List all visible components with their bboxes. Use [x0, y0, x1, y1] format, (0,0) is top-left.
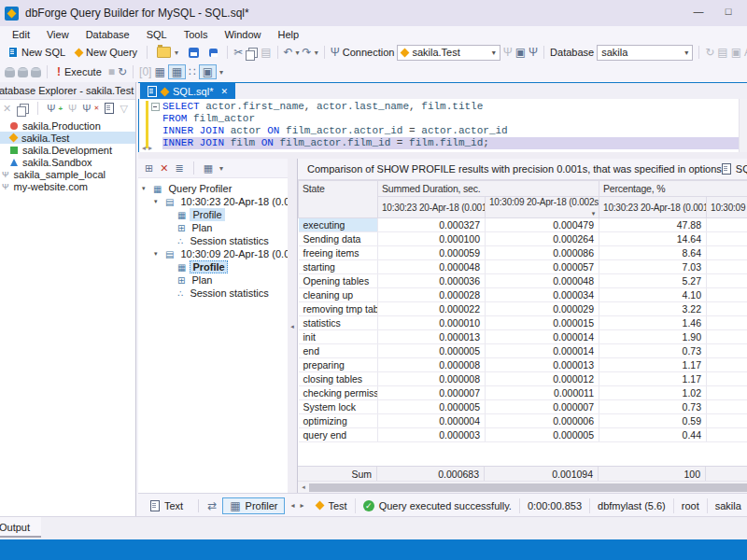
- new-profiling-result-icon[interactable]: ⊞: [145, 162, 153, 174]
- compare-icon[interactable]: ▦: [204, 162, 213, 174]
- profiler-node[interactable]: ∴Session statistics: [138, 287, 288, 300]
- collapse-arrow-icon[interactable]: ◂: [290, 323, 294, 329]
- paste-icon[interactable]: ▤: [261, 47, 271, 58]
- history-icon[interactable]: ↻: [118, 66, 127, 77]
- results-icon[interactable]: ▤: [717, 47, 727, 58]
- redo-icon[interactable]: ↷: [303, 47, 312, 58]
- tab-profiler[interactable]: ▦ Profiler: [222, 497, 285, 514]
- refresh-icon[interactable]: ↻: [705, 47, 714, 58]
- tab-sql-document[interactable]: SQL.sql* ✕: [140, 83, 235, 100]
- maximize-button[interactable]: □: [721, 6, 736, 17]
- connection-plug-icon[interactable]: Ψ: [331, 47, 340, 58]
- next-tab-icon[interactable]: ▸: [300, 501, 303, 510]
- filter-icon[interactable]: ▽: [120, 103, 127, 114]
- taskbar[interactable]: [0, 539, 747, 560]
- profile-row[interactable]: starting0.0000480.0000577.03: [299, 260, 747, 274]
- scroll-thumb[interactable]: [309, 483, 747, 492]
- profiling-icon[interactable]: ▦: [154, 66, 164, 77]
- database-select[interactable]: sakila ▾: [597, 45, 693, 61]
- duplicate-icon[interactable]: [20, 104, 29, 114]
- menu-item-window[interactable]: Window: [216, 27, 269, 42]
- code-line[interactable]: FROM film_actor: [162, 113, 740, 125]
- new-query-button[interactable]: New Query: [72, 46, 141, 59]
- column-group-header[interactable]: Summed Duration, sec.: [378, 181, 599, 197]
- profile-row[interactable]: checking permissions0.0000070.0000111.02: [299, 386, 747, 400]
- compare-dropdown-icon[interactable]: ▾: [219, 164, 223, 173]
- vertical-splitter[interactable]: ◂: [288, 159, 297, 493]
- save-all-button[interactable]: [205, 48, 221, 58]
- layout-squares-icon[interactable]: ∷: [189, 66, 196, 77]
- connection-item[interactable]: sakila.Sandbox: [0, 156, 135, 168]
- profile-row[interactable]: executing0.0003270.00047947.88: [299, 218, 747, 232]
- profile-row[interactable]: cleaning up0.0000280.0000344.10: [299, 288, 747, 302]
- profiler-node[interactable]: ⊞Plan: [138, 221, 288, 234]
- menu-item-tools[interactable]: Tools: [176, 27, 217, 42]
- profile-row[interactable]: end0.0000050.0000140.73: [299, 344, 747, 358]
- profiler-node[interactable]: ▾▦Query Profiler: [138, 182, 288, 195]
- minimize-button[interactable]: —: [691, 6, 706, 17]
- menu-item-edit[interactable]: Edit: [4, 27, 38, 42]
- open-dropdown-icon[interactable]: ▾: [175, 49, 178, 57]
- profile-row[interactable]: init0.0000130.0000141.90: [299, 330, 747, 344]
- code-line[interactable]: INNER JOIN film ON film_actor.film_id = …: [162, 137, 740, 149]
- undo-dropdown-icon[interactable]: ▾: [296, 49, 300, 57]
- stop-icon[interactable]: ■: [108, 66, 115, 77]
- profiler-node[interactable]: ▦Profile: [138, 208, 288, 221]
- column-group-header[interactable]: Percentage, %: [599, 181, 747, 197]
- query-profiler-toggle[interactable]: ▦: [168, 64, 186, 79]
- expander-icon[interactable]: ▾: [142, 185, 149, 192]
- close-icon[interactable]: ✕: [220, 87, 228, 96]
- redo-dropdown-icon[interactable]: ▾: [315, 49, 318, 57]
- swap-icon[interactable]: ⇄: [207, 500, 217, 511]
- database-script-icon[interactable]: [18, 67, 28, 77]
- database-tool-icon[interactable]: [5, 67, 15, 77]
- editor-hscroll-arrows[interactable]: ◂▸: [142, 144, 155, 152]
- column-header-snapshot[interactable]: 10:30:23 20-Apr-18 (0.001s): [378, 197, 486, 218]
- menu-item-help[interactable]: Help: [270, 27, 308, 42]
- scroll-left-icon[interactable]: ◂: [298, 483, 309, 491]
- connection-item[interactable]: Ψmy-website.com: [0, 180, 135, 192]
- kill-connection-icon[interactable]: Ψ: [529, 47, 538, 58]
- column-header-snapshot[interactable]: 10:30:09 20-Apr-18 (0.002s)▾: [486, 197, 599, 218]
- prev-tab-icon[interactable]: ◂: [290, 501, 294, 510]
- horizontal-splitter[interactable]: [138, 152, 747, 159]
- connection-item[interactable]: sakila.Test: [0, 132, 135, 144]
- profile-row[interactable]: preparing0.0000080.0000131.17: [299, 358, 747, 372]
- profile-row[interactable]: Sending data0.0001000.00026414.64: [299, 232, 747, 246]
- document-icon[interactable]: [105, 103, 114, 114]
- column-header-snapshot[interactable]: 10:30:23 20-Apr-18 (0.001s): [599, 197, 707, 218]
- profile-row[interactable]: optimizing0.0000040.0000060.59: [299, 414, 747, 428]
- sort-dropdown-icon[interactable]: ▾: [592, 210, 595, 217]
- undo-icon[interactable]: ↶: [284, 47, 293, 58]
- profile-row[interactable]: closing tables0.0000080.0000121.17: [299, 372, 747, 386]
- disconnect-icon[interactable]: Ψ: [82, 103, 91, 114]
- profile-row[interactable]: System lock0.0000050.0000070.73: [299, 400, 747, 414]
- connection-item[interactable]: Ψsakila_sample_local: [0, 168, 135, 180]
- profile-row[interactable]: query end0.0000030.0000050.44: [299, 428, 747, 442]
- grid-horizontal-scrollbar[interactable]: ◂: [298, 481, 747, 493]
- toolbar-overflow-icon[interactable]: ▾: [219, 68, 223, 77]
- database-backup-icon[interactable]: [31, 67, 41, 77]
- list-icon[interactable]: ≣: [175, 162, 183, 174]
- fold-marker-icon[interactable]: [151, 103, 160, 111]
- profiler-node[interactable]: ▾▤10:30:23 20-Apr-18 (0.001s): [138, 195, 288, 208]
- disconnect-icon[interactable]: Ψ: [503, 47, 513, 58]
- sql-editor[interactable]: SELECT actor.first_name, actor.last_name…: [138, 99, 747, 152]
- expander-icon[interactable]: ▾: [154, 198, 162, 205]
- connection-item[interactable]: sakila.Production: [0, 119, 135, 132]
- editor-scrollbar[interactable]: [739, 99, 747, 152]
- connect-icon[interactable]: Ψ: [68, 103, 77, 114]
- profiler-node[interactable]: ▾▤10:30:09 20-Apr-18 (0.002s): [138, 247, 288, 260]
- tab-text[interactable]: Text: [144, 498, 190, 513]
- menu-item-sql[interactable]: SQL: [138, 27, 176, 42]
- tab-output[interactable]: Output: [0, 517, 41, 538]
- connection-item[interactable]: sakila.Development: [0, 144, 135, 156]
- connection-select[interactable]: sakila.Test ▾: [397, 45, 500, 61]
- menu-item-view[interactable]: View: [38, 27, 78, 42]
- profile-row[interactable]: removing tmp table0.0000220.0000293.22: [299, 302, 747, 316]
- cut-icon[interactable]: ✂: [233, 47, 243, 58]
- code-area[interactable]: SELECT actor.first_name, actor.last_name…: [162, 101, 740, 149]
- copy-icon[interactable]: [248, 48, 258, 58]
- menu-item-database[interactable]: Database: [78, 27, 138, 42]
- code-line[interactable]: INNER JOIN actor ON film_actor.actor_id …: [162, 125, 740, 137]
